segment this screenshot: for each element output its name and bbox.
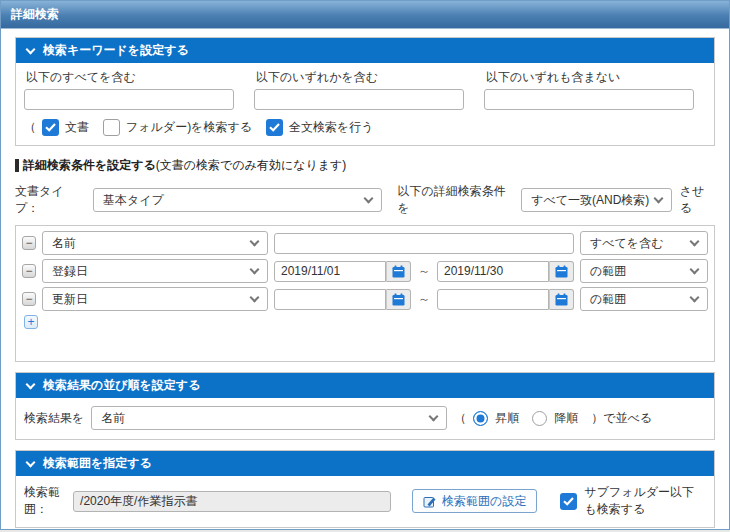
condition-row-registered: − 登録日 2019/11/01 ～ 2019/11/30	[22, 259, 708, 283]
remove-row-button[interactable]: −	[22, 264, 36, 278]
scope-section-title: 検索範囲を指定する	[43, 455, 152, 472]
fulltext-checkbox[interactable]	[266, 119, 283, 136]
keyword-all-input[interactable]	[24, 89, 234, 110]
keyword-any-label: 以下のいずれかを含む	[256, 69, 464, 86]
sort-label: 検索結果を	[24, 410, 84, 427]
chevron-down-icon	[363, 193, 373, 203]
calendar-button[interactable]	[549, 289, 574, 310]
doc-type-label: 文書タイプ：	[15, 183, 85, 217]
descending-radio[interactable]	[532, 411, 547, 426]
doc-type-row: 文書タイプ： 基本タイプ 以下の詳細検索条件を すべて一致(AND検索) させる	[15, 183, 715, 217]
calendar-button[interactable]	[386, 261, 411, 282]
updated-from-input[interactable]	[274, 289, 386, 310]
condition-row-updated: − 更新日 ～	[22, 287, 708, 311]
updated-to-input[interactable]	[437, 289, 549, 310]
calendar-icon	[555, 265, 568, 278]
sort-row: 検索結果を 名前 （ 昇順 降順 ）で並べる	[16, 398, 714, 439]
sort-suffix: ）で並べる	[591, 410, 652, 427]
scope-path-input: /2020年度/作業指示書	[73, 491, 391, 512]
name-value-input[interactable]	[274, 233, 574, 254]
condition-select[interactable]: すべてを含む	[580, 231, 708, 255]
field-select[interactable]: 登録日	[42, 259, 268, 283]
doc-type-select[interactable]: 基本タイプ	[93, 188, 382, 212]
chevron-down-icon	[690, 236, 700, 246]
condition-heading-note: (文書の検索でのみ有効になります)	[156, 157, 347, 174]
chevron-down-icon	[653, 193, 663, 203]
keyword-none-input[interactable]	[484, 89, 694, 110]
chevron-down-icon	[26, 457, 36, 467]
chevron-down-icon	[250, 264, 260, 274]
remove-row-button[interactable]: −	[22, 236, 36, 250]
keyword-all-label: 以下のすべてを含む	[26, 69, 234, 86]
sort-section: 検索結果の並び順を設定する 検索結果を 名前 （ 昇順 降順 ）で並べる	[15, 372, 715, 440]
condition-select[interactable]: の範囲	[580, 259, 708, 283]
chevron-down-icon	[26, 379, 36, 389]
dialog-content: 検索キーワードを設定する 以下のすべてを含む 以下のいずれかを含む 以下のいずれ…	[1, 29, 729, 528]
calendar-button[interactable]	[386, 289, 411, 310]
condition-table: − 名前 すべてを含む − 登録日 2	[15, 225, 715, 362]
field-select[interactable]: 更新日	[42, 287, 268, 311]
chevron-down-icon	[26, 44, 36, 54]
chevron-down-icon	[429, 411, 439, 421]
chevron-down-icon	[250, 236, 260, 246]
tilde-separator: ～	[418, 263, 430, 280]
registered-from-input[interactable]: 2019/11/01	[274, 261, 386, 282]
folder-checkbox-label: フォルダー)を検索する	[126, 119, 252, 136]
scope-section-header[interactable]: 検索範囲を指定する	[16, 451, 714, 476]
chevron-down-icon	[690, 292, 700, 302]
sort-section-title: 検索結果の並び順を設定する	[43, 377, 200, 394]
document-checkbox-label: 文書	[65, 119, 89, 136]
match-label: 以下の詳細検索条件を	[398, 183, 514, 217]
dialog-title: 詳細検索	[11, 6, 59, 23]
calendar-icon	[392, 293, 405, 306]
descending-label: 降順	[554, 410, 578, 427]
check-icon	[269, 123, 280, 132]
ascending-radio[interactable]	[473, 411, 488, 426]
keyword-section: 検索キーワードを設定する 以下のすべてを含む 以下のいずれかを含む 以下のいずれ…	[15, 37, 715, 146]
folder-checkbox[interactable]	[103, 119, 120, 136]
chevron-down-icon	[250, 292, 260, 302]
condition-heading: 詳細検索条件を設定する (文書の検索でのみ有効になります)	[15, 157, 715, 174]
target-paren-open: （	[24, 119, 36, 136]
keyword-section-title: 検索キーワードを設定する	[43, 42, 189, 59]
keyword-section-body: 以下のすべてを含む 以下のいずれかを含む 以下のいずれも含まない （	[16, 63, 714, 145]
heading-bar-icon	[15, 159, 19, 172]
document-checkbox[interactable]	[42, 119, 59, 136]
sort-field-select[interactable]: 名前	[91, 406, 447, 430]
condition-row-name: − 名前 すべてを含む	[22, 231, 708, 255]
registered-to-input[interactable]: 2019/11/30	[437, 261, 549, 282]
subfolder-checkbox-label: サブフォルダー以下も検索する	[584, 484, 704, 518]
keyword-none-label: 以下のいずれも含まない	[486, 69, 694, 86]
add-row-button[interactable]: +	[24, 315, 38, 329]
check-icon	[45, 123, 56, 132]
calendar-icon	[392, 265, 405, 278]
scope-label: 検索範囲：	[24, 484, 66, 518]
calendar-button[interactable]	[549, 261, 574, 282]
field-select[interactable]: 名前	[42, 231, 268, 255]
ascending-label: 昇順	[495, 410, 519, 427]
condition-heading-text: 詳細検索条件を設定する	[23, 157, 156, 174]
title-bar: 詳細検索	[1, 1, 729, 29]
chevron-down-icon	[690, 264, 700, 274]
match-select[interactable]: すべて一致(AND検索)	[521, 188, 671, 212]
scope-row: 検索範囲： /2020年度/作業指示書 検索範囲の設定 サブフォルダー以下も検索…	[16, 476, 714, 527]
remove-row-button[interactable]: −	[22, 292, 36, 306]
edit-icon	[423, 495, 436, 508]
condition-select[interactable]: の範囲	[580, 287, 708, 311]
fulltext-checkbox-label: 全文検索を行う	[289, 119, 374, 136]
advanced-search-dialog: 詳細検索 検索キーワードを設定する 以下のすべてを含む 以下のいずれかを含む	[0, 0, 730, 530]
match-suffix: させる	[680, 183, 715, 217]
keyword-any-input[interactable]	[254, 89, 464, 110]
set-scope-button[interactable]: 検索範囲の設定	[412, 489, 537, 513]
sort-paren-open: （	[454, 410, 466, 427]
scope-section: 検索範囲を指定する 検索範囲： /2020年度/作業指示書 検索範囲の設定 サブ…	[15, 450, 715, 528]
sort-section-header[interactable]: 検索結果の並び順を設定する	[16, 373, 714, 398]
tilde-separator: ～	[418, 291, 430, 308]
calendar-icon	[555, 293, 568, 306]
subfolder-checkbox[interactable]	[560, 493, 577, 510]
keyword-section-header[interactable]: 検索キーワードを設定する	[16, 38, 714, 63]
check-icon	[563, 497, 574, 506]
